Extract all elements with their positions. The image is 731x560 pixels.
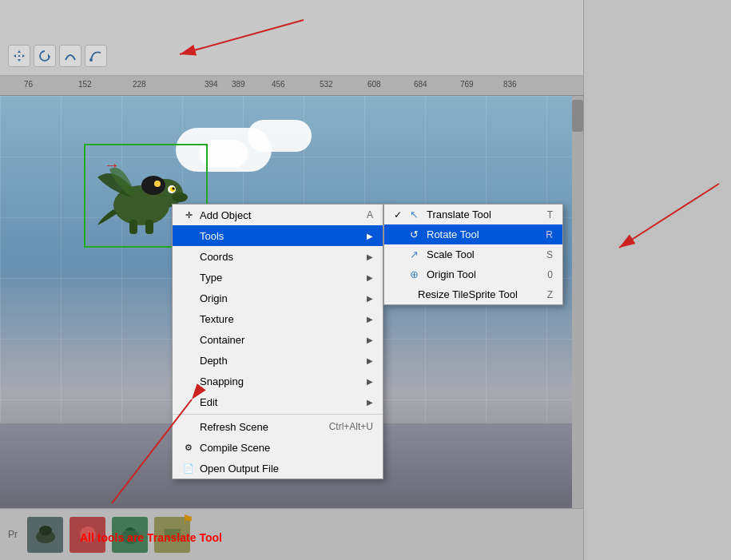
menu-item-label: Snapping [200,375,244,387]
file-icon: 📄 [182,462,195,475]
submenu-item-label: Origin Tool [427,268,476,280]
submenu-item-origin-tool[interactable]: ⊕ Origin Tool 0 [384,264,562,284]
snapping-icon [182,375,195,387]
menu-item-label: Refresh Scene [200,421,268,433]
menu-item-container[interactable]: Container ▶ [173,329,383,350]
ruler-mark: 394 [205,80,218,89]
menu-item-label: Tools [200,230,224,242]
menu-item-label: Open Output File [200,463,279,475]
curve-tool-button[interactable] [59,45,81,67]
svg-rect-7 [145,220,153,234]
menu-item-label: Depth [200,355,228,367]
ruler: 76 152 228 394 389 456 532 608 684 769 8… [0,76,583,96]
ruler-mark: 228 [133,80,146,89]
origin-icon [182,292,195,304]
ruler-mark: 389 [232,80,245,89]
panel-label: Pr [8,529,18,540]
ruler-mark: 456 [272,80,285,89]
container-icon [182,333,195,346]
menu-separator [173,414,383,415]
ruler-mark: 608 [367,80,381,89]
submenu-shortcut: S [546,249,553,260]
texture-icon [182,312,195,325]
svg-point-0 [89,58,93,62]
origin-tool-icon-sub: ⊕ [410,268,419,280]
menu-item-label: Origin [200,292,228,304]
sprite-1[interactable] [27,517,63,553]
svg-point-5 [173,188,175,190]
ruler-mark: 684 [414,80,427,89]
right-panel [583,0,731,560]
svg-point-10 [154,181,161,187]
menu-item-label: Add Object [200,209,251,221]
ruler-mark: 836 [503,80,517,89]
edit-icon [182,395,195,408]
menu-item-snapping[interactable]: Snapping ▶ [173,371,383,391]
submenu-item-scale-tool[interactable]: ↗ Scale Tool S [384,244,562,264]
submenu-item-rotate-tool[interactable]: ↺ Rotate Tool R [384,224,562,244]
refresh-icon [182,420,195,433]
menu-item-label: Texture [200,313,234,325]
type-icon [182,271,195,284]
menu-item-add-object[interactable]: ✛ Add Object A [173,205,383,225]
bottom-annotation: All tools are Translate Tool [80,531,222,544]
svg-point-12 [39,526,52,535]
submenu-arrow: ▶ [367,294,373,303]
submenu-arrow: ▶ [367,377,373,386]
menu-item-coords[interactable]: Coords ▶ [173,246,383,267]
menu-item-texture[interactable]: Texture ▶ [173,308,383,329]
menu-item-label: Edit [200,396,217,408]
cloud [248,120,312,152]
svg-point-9 [141,176,165,195]
rotate-tool-icon: ↺ [410,228,419,240]
rotate-tool-button[interactable] [34,45,56,67]
menu-item-label: Compile Scene [200,442,270,454]
coords-icon [182,250,195,263]
check-icon: ✓ [394,209,405,220]
ruler-mark: 76 [24,80,33,89]
menu-item-open-output[interactable]: 📄 Open Output File [173,458,383,479]
submenu-item-translate-tool[interactable]: ✓ ↖ Translate Tool T [384,205,562,224]
ruler-mark: 532 [320,80,333,89]
tools-submenu: ✓ ↖ Translate Tool T ↺ Rotate Tool R ↗ S… [383,204,563,305]
menu-item-label: Container [200,334,244,346]
submenu-arrow: ▶ [367,356,373,365]
submenu-shortcut: T [547,209,553,220]
submenu-arrow: ▶ [367,315,373,324]
menu-item-depth[interactable]: Depth ▶ [173,350,383,371]
menu-item-type[interactable]: Type ▶ [173,267,383,288]
depth-icon [182,354,195,367]
toolbar [0,0,583,76]
submenu-item-label: Translate Tool [427,209,491,220]
submenu-arrow: ▶ [367,232,373,240]
menu-shortcut: A [367,209,373,220]
svg-rect-6 [129,220,137,234]
submenu-shortcut: 0 [547,269,553,280]
submenu-arrow: ▶ [367,336,373,344]
menu-item-origin[interactable]: Origin ▶ [173,288,383,308]
submenu-item-resize-tilesprite-tool[interactable]: Resize TileSprite Tool Z [384,284,562,304]
add-object-icon: ✛ [182,209,195,221]
tools-icon [182,229,195,242]
origin-tool-button[interactable] [85,45,107,67]
dragon-direction-arrow: → [104,156,120,174]
vertical-scrollbar[interactable] [572,96,583,519]
menu-item-edit[interactable]: Edit ▶ [173,391,383,412]
submenu-item-label: Resize TileSprite Tool [418,288,518,300]
menu-shortcut: Ctrl+Alt+U [329,421,373,432]
context-menu: ✛ Add Object A Tools ▶ Coords ▶ Type ▶ O… [172,204,383,479]
menu-item-label: Coords [200,251,233,263]
submenu-item-label: Rotate Tool [427,228,479,240]
submenu-arrow: ▶ [367,273,373,282]
menu-item-label: Type [200,272,222,284]
scrollbar-thumb[interactable] [572,100,583,132]
menu-item-tools[interactable]: Tools ▶ [173,225,383,246]
ruler-mark: 769 [460,80,474,89]
submenu-shortcut: Z [547,289,553,300]
menu-item-compile-scene[interactable]: ⚙ Compile Scene [173,437,383,458]
translate-tool-button[interactable] [8,45,30,67]
menu-item-refresh-scene[interactable]: Refresh Scene Ctrl+Alt+U [173,416,383,437]
translate-tool-icon: ↖ [410,209,419,220]
compile-icon: ⚙ [182,441,195,454]
scale-tool-icon: ↗ [410,248,419,260]
